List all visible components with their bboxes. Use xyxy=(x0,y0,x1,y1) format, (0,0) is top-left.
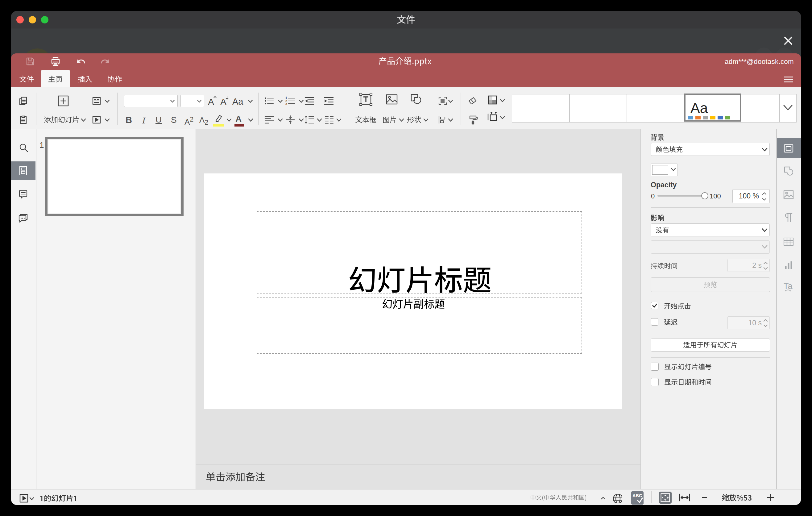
svg-text:Ta: Ta xyxy=(784,282,793,291)
svg-text:3: 3 xyxy=(285,103,287,106)
svg-text:ABC: ABC xyxy=(633,493,642,498)
